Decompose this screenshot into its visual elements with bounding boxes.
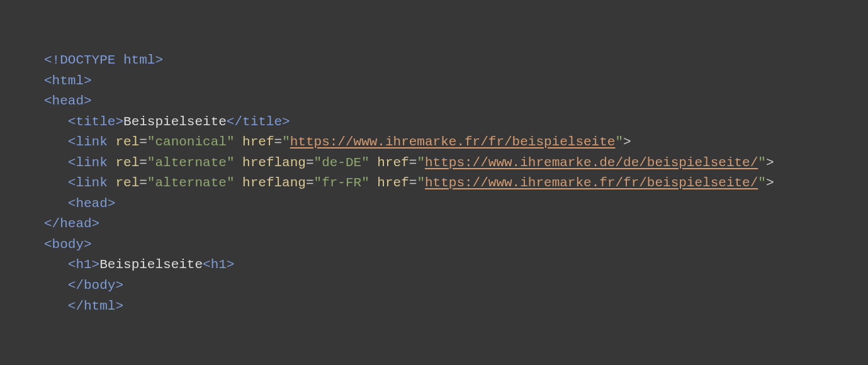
title-text: Beispielseite (123, 115, 227, 129)
rel-attr: rel (115, 135, 139, 149)
hreflang-attr-1: hreflang (242, 155, 306, 170)
eq2: = (274, 135, 283, 149)
title-open-tag: <title> (68, 115, 123, 129)
eq3: = (139, 155, 147, 170)
doctype-tag: <!DOCTYPE html> (44, 53, 163, 67)
rel-attr-2: rel (115, 155, 139, 170)
href-attr-2: href (377, 155, 409, 170)
gt3: > (766, 176, 774, 190)
code-block: <!DOCTYPE html> <html> <head> <title>Bei… (0, 0, 868, 342)
link3-url: https://www.ihremarke.fr/fr/beispielseit… (425, 176, 758, 190)
link3-open: <link (68, 176, 108, 190)
eq7: = (306, 176, 314, 190)
eq6: = (139, 176, 147, 190)
head-open-tag: <head> (44, 94, 92, 108)
q5: " (417, 176, 425, 190)
href-attr-1: href (242, 135, 274, 149)
html-open-tag: <html> (44, 74, 92, 88)
alternate-val-2: "alternate" (147, 176, 235, 190)
eq8: = (409, 176, 417, 190)
link1-open: <link (68, 135, 108, 149)
hreflang-de: "de-DE" (314, 155, 369, 170)
canonical-val: "canonical" (147, 135, 235, 149)
h1-open-tag: <h1> (68, 257, 99, 272)
q3: " (417, 155, 425, 170)
body-open-tag: <body> (44, 237, 92, 252)
gt1: > (623, 135, 631, 149)
h1-text: Beispielseite (99, 257, 203, 272)
head-inner-tag: <head> (68, 196, 116, 211)
link2-open: <link (68, 155, 108, 170)
q6: " (758, 176, 766, 190)
q1: " (282, 135, 290, 149)
gt2: > (766, 155, 774, 170)
eq1: = (139, 135, 147, 149)
h1-close-tag: <h1> (203, 257, 234, 272)
q4: " (758, 155, 766, 170)
body-close-tag: </body> (68, 278, 123, 293)
hreflang-attr-2: hreflang (242, 176, 306, 190)
q2: " (615, 135, 623, 149)
html-close-tag: </html> (68, 299, 123, 313)
rel-attr-3: rel (115, 176, 139, 190)
eq5: = (409, 155, 417, 170)
href-attr-3: href (377, 176, 409, 190)
link2-url: https://www.ihremarke.de/de/beispielseit… (425, 155, 758, 170)
hreflang-fr: "fr-FR" (314, 176, 369, 190)
eq4: = (306, 155, 314, 170)
alternate-val-1: "alternate" (147, 155, 235, 170)
head-close-tag: </head> (44, 216, 99, 231)
title-close-tag: </title> (227, 115, 290, 129)
link1-url: https://www.ihremarke.fr/fr/beispielseit… (290, 135, 616, 149)
